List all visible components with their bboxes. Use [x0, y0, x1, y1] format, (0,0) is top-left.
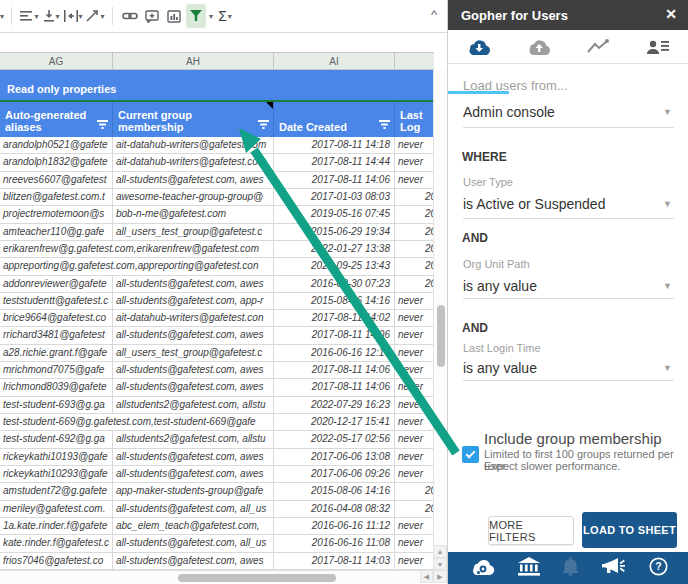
cell-group-membership[interactable]: all_users_test_group@gafetest.c — [113, 224, 274, 240]
cell-date-created[interactable]: 2020-12-17 15:41 — [274, 414, 395, 430]
cell-date-created[interactable]: 2017-08-11 14:44 — [274, 154, 395, 170]
text-rotation-icon[interactable]: ▾ — [85, 4, 105, 28]
scroll-left-button[interactable]: ◀ — [420, 570, 433, 583]
filter-caret-icon[interactable]: ▾ — [209, 12, 213, 21]
cell-last-login[interactable]: never — [395, 518, 434, 534]
cell-last-login[interactable]: never — [395, 310, 434, 326]
cell-date-created[interactable]: 2015-08-06 14:16 — [274, 483, 395, 499]
horizontal-scrollbar[interactable] — [0, 570, 420, 583]
header-auto-generated-aliases[interactable]: Auto-generated aliases — [0, 102, 113, 137]
cell-group-membership[interactable]: ait-datahub-writers@gafetest.com — [113, 137, 274, 153]
cell-aliases-overflow[interactable]: appreporting@g.gafetest.com,appreporting… — [0, 258, 274, 274]
insert-link-icon[interactable] — [120, 4, 140, 28]
cell-date-created[interactable]: 2017-08-11 14:06 — [274, 379, 395, 395]
cell-last-login[interactable]: 20 — [395, 224, 434, 240]
cell-last-login[interactable]: never — [395, 414, 434, 430]
cell-aliases[interactable]: amstudent72@g.gafete — [0, 483, 113, 499]
tab-load-users[interactable] — [448, 30, 508, 63]
help-icon[interactable]: ? — [649, 557, 668, 580]
cell-aliases[interactable]: arandolph0521@gafete — [0, 137, 113, 153]
cell-last-login[interactable]: never — [395, 379, 434, 395]
cell-aliases[interactable]: projectremotemoon@s — [0, 206, 113, 222]
column-filter-icon[interactable] — [379, 120, 390, 132]
cell-aliases[interactable]: brice9664@gafetest.co — [0, 310, 113, 326]
cell-last-login[interactable]: never — [395, 154, 434, 170]
cell-date-created[interactable]: 2022-07-29 16:23 — [274, 397, 395, 413]
cell-date-created[interactable]: 2020-09-25 13:43 — [274, 258, 395, 274]
more-filters-button[interactable]: MORE FILTERS — [488, 516, 574, 545]
cell-date-created[interactable]: 2017-01-03 08:03 — [274, 189, 395, 205]
cell-date-created[interactable]: 2016-08-30 07:23 — [274, 276, 395, 292]
insert-comment-icon[interactable] — [142, 4, 162, 28]
cell-date-created[interactable]: 2022-01-27 13:38 — [274, 241, 395, 257]
cell-last-login[interactable]: never — [395, 397, 434, 413]
column-filter-icon[interactable] — [97, 120, 108, 132]
cell-aliases[interactable]: blitzen@gafetest.com.t — [0, 189, 113, 205]
cell-last-login[interactable]: never — [395, 362, 434, 378]
cell-last-login[interactable]: 20 — [395, 501, 434, 517]
cell-date-created[interactable]: 2022-05-17 02:56 — [274, 431, 395, 447]
cell-last-login[interactable]: 20 — [395, 276, 434, 292]
user-type-select[interactable]: is Active or Suspended ▼ — [463, 196, 674, 212]
column-letter-aj[interactable] — [395, 53, 434, 69]
cell-last-login[interactable]: 20 — [395, 258, 434, 274]
tab-user-list[interactable] — [628, 30, 688, 63]
cell-aliases[interactable]: rickeykathi10293@gafe — [0, 466, 113, 482]
cell-date-created[interactable]: 2016-06-16 12:10 — [274, 345, 395, 361]
cell-aliases[interactable]: 1a.kate.rinder.f@gafete — [0, 518, 113, 534]
banner-row[interactable]: Read only properties — [0, 70, 434, 102]
scroll-down-button[interactable]: ▼ — [433, 558, 447, 570]
cell-group-membership[interactable]: all-students@gafetest.com, awes — [113, 362, 274, 378]
cell-group-membership[interactable]: all-students@gafetest.com, awes — [113, 553, 274, 569]
last-login-time-select[interactable]: is any value ▼ — [463, 360, 674, 376]
cell-last-login[interactable]: never — [395, 137, 434, 153]
cell-aliases[interactable]: a28.richie.grant.f@gafe — [0, 345, 113, 361]
domain-bank-icon[interactable] — [518, 557, 540, 580]
cell-aliases[interactable]: mrichmond7075@gafe — [0, 362, 113, 378]
cell-aliases[interactable]: lrichmond8039@gafete — [0, 379, 113, 395]
include-group-membership-checkbox[interactable] — [462, 446, 479, 463]
tab-reports[interactable] — [568, 30, 628, 63]
cell-group-membership[interactable]: app-maker-students-group@gafe — [113, 483, 274, 499]
cell-last-login[interactable]: 20 — [395, 206, 434, 222]
cell-group-membership[interactable]: all-students@gafetest.com, app-r — [113, 293, 274, 309]
cell-date-created[interactable]: 2017-08-11 14:06 — [274, 327, 395, 343]
cell-group-membership[interactable]: allstudents2@gafetest.com, allstu — [113, 397, 274, 413]
gopher-logo-icon[interactable] — [469, 557, 495, 580]
load-source-select[interactable]: Admin console ▼ — [463, 104, 674, 120]
cell-aliases[interactable]: arandolph1832@gafete — [0, 154, 113, 170]
vertical-scrollbar-thumb[interactable] — [437, 305, 445, 367]
horizontal-align-icon[interactable]: ▾ — [19, 4, 39, 28]
cell-aliases[interactable]: addonreviewer@gafete — [0, 276, 113, 292]
column-filter-icon[interactable] — [258, 120, 269, 132]
cell-aliases[interactable]: rickeykathi10193@gafe — [0, 449, 113, 465]
functions-icon[interactable]: Σ ▾ — [215, 4, 235, 28]
header-last-login[interactable]: Last Log — [395, 102, 434, 137]
cell-group-membership[interactable]: allstudents2@gafetest.com, allstu — [113, 431, 274, 447]
cell-last-login[interactable]: 20 — [395, 483, 434, 499]
cell-aliases[interactable]: nreeves6607@gafetest — [0, 172, 113, 188]
cell-group-membership[interactable]: ait-datahub-writers@gafetest.con — [113, 310, 274, 326]
cell-aliases[interactable]: amteacher110@g.gafe — [0, 224, 113, 240]
overflow-caret-icon[interactable]: ▾ — [0, 12, 4, 21]
column-letter-ag[interactable]: AG — [0, 53, 113, 69]
cell-group-membership[interactable]: all-students@gafetest.com, awes — [113, 172, 274, 188]
cell-group-membership[interactable]: all-students@gafetest.com, all_us — [113, 501, 274, 517]
cell-last-login[interactable]: never — [395, 327, 434, 343]
vertical-scrollbar[interactable] — [433, 70, 447, 545]
cell-aliases-overflow[interactable]: erikarenfrew@g.gafetest.com,erikarenfrew… — [0, 241, 274, 257]
cell-group-membership[interactable]: all-students@gafetest.com, awes — [113, 449, 274, 465]
cell-date-created[interactable]: 2017-08-11 14:06 — [274, 362, 395, 378]
cell-group-membership[interactable]: ait-datahub-writers@gafetest.com — [113, 154, 274, 170]
cell-aliases[interactable]: kate.rinder.f@gafetest.c — [0, 535, 113, 551]
cell-date-created[interactable]: 2015-06-29 19:34 — [274, 224, 395, 240]
cell-aliases[interactable]: meriley@gafetest.com. — [0, 501, 113, 517]
cell-group-membership[interactable]: all-students@gafetest.com, awes — [113, 327, 274, 343]
cell-group-membership[interactable]: abc_elem_teach@gafetest.com, — [113, 518, 274, 534]
cell-last-login[interactable]: never — [395, 466, 434, 482]
cell-group-membership[interactable]: bob-n-me@gafetest.com — [113, 206, 274, 222]
cell-last-login[interactable]: never — [395, 172, 434, 188]
cell-last-login[interactable]: 20 — [395, 241, 434, 257]
insert-chart-icon[interactable] — [164, 4, 184, 28]
cell-date-created[interactable]: 2016-04-08 08:32 — [274, 501, 395, 517]
